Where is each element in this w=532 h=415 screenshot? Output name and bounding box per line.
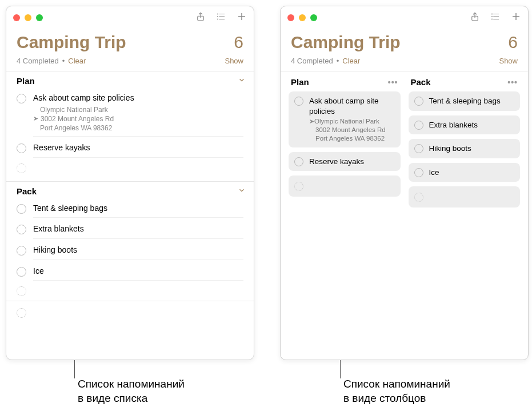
reminder-card[interactable]: Tent & sleeping bags (409, 91, 521, 111)
section-label: Plan (17, 76, 35, 86)
svg-point-13 (492, 14, 493, 14)
show-button[interactable]: Show (225, 57, 243, 65)
reminder-title: Ask about camp site policies (33, 93, 243, 104)
list-item[interactable]: Ice (6, 264, 254, 285)
titlebar (6, 6, 254, 29)
reminder-title: Reserve kayaks (309, 157, 395, 167)
reminder-card[interactable]: Ice (409, 163, 521, 182)
window-controls (287, 14, 317, 21)
reminder-title: Tent & sleeping bags (33, 203, 243, 214)
list-item[interactable]: Hiking boots (6, 242, 254, 264)
maximize-button[interactable] (310, 14, 317, 21)
toolbar (470, 11, 521, 24)
share-icon[interactable] (470, 11, 480, 24)
reminders-window-columns: Camping Trip 6 4 Completed • Clear Show … (280, 6, 529, 360)
list-item[interactable]: Tent & sleeping bags (6, 199, 254, 222)
svg-point-4 (218, 14, 218, 14)
svg-point-15 (492, 19, 493, 19)
reminder-title: Ice (429, 167, 515, 178)
complete-toggle[interactable] (414, 97, 423, 106)
reminder-card[interactable]: Hiking boots (409, 139, 521, 158)
clear-button[interactable]: Clear (342, 57, 360, 65)
view-toggle-icon[interactable] (490, 11, 501, 24)
reminder-title: Reserve kayaks (33, 142, 243, 154)
complete-toggle[interactable] (17, 246, 26, 256)
minimize-button[interactable] (299, 14, 306, 21)
column-label: Pack (411, 77, 431, 87)
share-icon[interactable] (195, 11, 206, 24)
window-controls (13, 14, 43, 21)
list-meta: 4 Completed • Clear Show (6, 54, 254, 71)
close-button[interactable] (13, 14, 20, 21)
new-reminder-placeholder[interactable] (17, 163, 26, 173)
chevron-down-icon[interactable] (238, 186, 246, 196)
section-header-plan[interactable]: Plan (6, 71, 254, 89)
minimize-button[interactable] (25, 14, 31, 21)
complete-toggle[interactable] (414, 144, 423, 153)
column-header-pack: Pack ••• (409, 71, 521, 91)
list-count: 6 (508, 33, 518, 52)
reminder-card[interactable]: Ask about camp site policies ➤Olympic Na… (289, 91, 401, 147)
reminder-card[interactable]: Reserve kayaks (289, 152, 401, 171)
completed-count: 4 Completed (17, 57, 59, 65)
callout-line (340, 360, 341, 378)
list-item[interactable]: Reserve kayaks (6, 140, 254, 161)
complete-toggle[interactable] (414, 121, 423, 130)
more-icon[interactable]: ••• (507, 78, 518, 87)
complete-toggle[interactable] (294, 97, 303, 106)
list-item[interactable]: Extra blankets (6, 221, 254, 242)
view-toggle-icon[interactable] (216, 11, 226, 24)
list-meta: 4 Completed • Clear Show (281, 54, 528, 71)
callout-column-view: Список напоминаний в виде столбцов (340, 377, 450, 405)
chevron-down-icon[interactable] (238, 76, 246, 86)
completed-count: 4 Completed (291, 57, 333, 65)
maximize-button[interactable] (36, 14, 43, 21)
new-reminder-row[interactable] (6, 284, 254, 301)
location-icon: ➤ (33, 114, 38, 123)
new-reminder-row[interactable] (6, 161, 254, 178)
complete-toggle[interactable] (17, 94, 26, 103)
column-header-plan: Plan ••• (289, 71, 401, 91)
callout-text: Список напоминаний в виде столбцов (340, 377, 450, 405)
add-reminder-icon[interactable] (511, 11, 521, 24)
new-reminder-card[interactable] (289, 175, 401, 197)
reminder-title: Hiking boots (429, 143, 515, 154)
close-button[interactable] (287, 14, 294, 21)
complete-toggle[interactable] (294, 157, 303, 166)
clear-button[interactable]: Clear (68, 57, 86, 65)
column-pack: Pack ••• Tent & sleeping bags Extra blan… (409, 71, 521, 212)
new-reminder-placeholder[interactable] (17, 286, 26, 296)
reminder-title: Tent & sleeping bags (429, 96, 515, 106)
complete-toggle[interactable] (17, 267, 26, 277)
separator-dot: • (337, 57, 339, 65)
columns-body: Plan ••• Ask about camp site policies ➤O… (281, 71, 528, 220)
complete-toggle[interactable] (17, 204, 26, 214)
add-reminder-icon[interactable] (237, 11, 247, 24)
reminder-location: ➤Olympic National Park 3002 Mount Angele… (309, 117, 395, 143)
new-reminder-card[interactable] (409, 186, 521, 207)
titlebar (281, 6, 528, 29)
new-reminder-bottom[interactable] (6, 301, 254, 324)
new-reminder-placeholder[interactable] (414, 193, 423, 202)
complete-toggle[interactable] (17, 225, 26, 234)
toolbar (195, 11, 247, 24)
section-header-pack[interactable]: Pack (6, 181, 254, 199)
new-reminder-placeholder[interactable] (294, 182, 303, 191)
complete-toggle[interactable] (414, 168, 423, 177)
svg-point-6 (218, 19, 218, 19)
section-label: Pack (17, 186, 37, 196)
column-label: Plan (291, 77, 309, 87)
reminder-card[interactable]: Extra blankets (409, 115, 521, 135)
more-icon[interactable]: ••• (388, 78, 398, 87)
list-item[interactable]: Ask about camp site policies Olympic Nat… (6, 89, 254, 140)
list-count: 6 (234, 33, 243, 52)
new-reminder-placeholder[interactable] (17, 308, 26, 318)
complete-toggle[interactable] (17, 143, 26, 153)
reminder-title: Hiking boots (33, 245, 243, 256)
list-body: Plan Ask about camp site policies Olympi… (6, 71, 254, 324)
show-button[interactable]: Show (499, 57, 518, 65)
list-title: Camping Trip (291, 33, 401, 52)
list-header: Camping Trip 6 (281, 29, 528, 54)
callout-list-view: Список напоминаний в виде списка (74, 377, 185, 405)
list-header: Camping Trip 6 (6, 29, 254, 54)
